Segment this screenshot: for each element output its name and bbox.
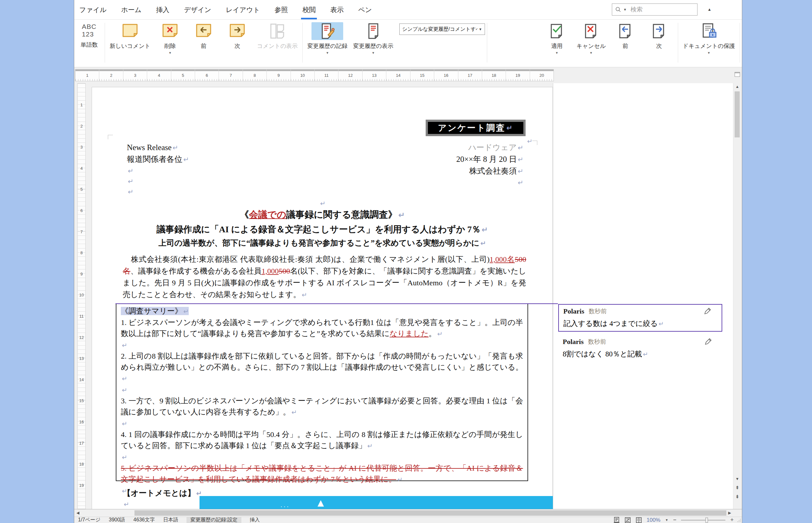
vertical-scroll-thumb[interactable] [735,91,740,138]
news-release-line: News Release [127,142,189,154]
horizontal-scrollbar[interactable]: ◀ ▶ [74,509,742,517]
insert-mode-status[interactable]: 挿入 [250,517,260,523]
reject-change-button[interactable]: キャンセル ▼ [577,22,606,55]
document-page[interactable]: アンケート調査 News Release 報道関係者各位 ハードウェア 20××… [92,87,553,509]
scroll-up-icon[interactable]: ▲ [733,85,741,89]
header-left-block: News Release 報道関係者各位 [127,142,189,197]
chevron-down-icon: ▼ [479,27,482,31]
comment-timestamp: 数秒前 [588,338,606,346]
tab-view[interactable]: 表示 [330,0,343,19]
group-divider [105,23,105,62]
empty-paragraph [127,176,189,186]
lead-paragraph: 株式会社奏須(本社:東京都港区 代表取締役社長:奏須 太郎)は、企業で働くマネジ… [123,254,526,301]
zoom-slider[interactable] [681,517,725,523]
next-comment-button[interactable]: 次 [223,22,251,55]
track-changes-record-button[interactable]: 変更履歴の記録 ▼ [307,22,347,55]
tab-references[interactable]: 参照 [275,0,288,19]
chevron-down-icon[interactable]: ▼ [326,51,329,55]
new-comment-icon [121,22,139,40]
zoom-slider-thumb[interactable] [705,518,708,523]
search-dropdown-icon[interactable]: ▼ [623,7,627,12]
survey-stamp: アンケート調査 [426,120,526,136]
scroll-left-icon[interactable]: ◀ [76,511,79,515]
chevron-down-icon[interactable]: ▼ [555,51,559,55]
chevron-down-icon[interactable]: ▼ [707,51,711,55]
edit-comment-icon[interactable] [704,338,712,346]
track-changes-status[interactable]: 変更履歴の記録:設定 [187,517,241,523]
summary-item-4: 4. 1 回の議事録作成にかかる時間は平均「50.4 分」。さらに、上司の 8 … [121,429,523,452]
zoom-out-button[interactable]: − [673,517,677,523]
doc-title-2: 議事録作成に「AI による録音＆文字起こしサービス」を利用する人はわずか 7％ [92,222,552,237]
scroll-right-icon[interactable]: ▶ [728,511,731,515]
tab-design[interactable]: デザイン [184,0,211,19]
paragraph-mark [527,138,532,145]
chevron-down-icon[interactable]: ▼ [372,51,375,55]
protect-document-button[interactable]: ドキュメントの保護 ▼ [683,22,735,55]
previous-comment-button[interactable]: 前 [190,22,218,55]
comment-card[interactable]: Polaris 数秒前 8割ではなく 80％と記載 [558,335,722,361]
search-placeholder: 検索 [630,5,643,14]
chevron-down-icon[interactable]: ▼ [168,51,172,55]
automemo-banner-image[interactable]: ··· ▲ [200,496,553,509]
press-address-line: 報道関係者各位 [127,154,189,165]
delete-comment-button[interactable]: 削除 ▼ [156,22,184,55]
empty-paragraph [123,499,129,509]
word-count-status[interactable]: 3900語 [109,517,125,523]
ribbon: ABC 123 単語数 新しいコメント 削除 [74,20,742,67]
page-indicator[interactable]: 1/7ページ [78,517,100,523]
tab-file[interactable]: ファイル [79,0,107,19]
new-comment-button[interactable]: 新しいコメント [110,22,151,55]
vertical-ruler[interactable]: 12345678910111213141516171819 [77,83,86,509]
web-layout-view-icon[interactable] [625,517,631,523]
char-count-status[interactable]: 4636文字 [134,517,155,523]
next-change-button[interactable]: 次 [645,22,673,55]
banner-logo-icon: ▲ [318,498,324,507]
next-page-icon[interactable]: ⇟ [733,494,741,500]
language-status[interactable]: 日本語 [163,517,178,523]
tab-insert[interactable]: 挿入 [156,0,169,19]
zoom-in-button[interactable]: + [730,517,734,523]
search-input[interactable]: ▼ 検索 [612,3,698,16]
empty-paragraph [121,340,523,351]
horizontal-scroll-thumb[interactable] [134,510,726,516]
comment-margin: Polaris 数秒前 記入する数は 4つまでに絞る Polaris 数秒前 [553,83,734,509]
status-right-group: 100% ▼ − + [613,517,734,523]
previous-page-icon[interactable]: ⇞ [733,485,741,491]
scroll-down-icon[interactable]: ▼ [733,477,741,481]
tab-layout[interactable]: レイアウト [226,0,260,19]
word-count-icon: ABC 123 [82,23,96,38]
tab-pen[interactable]: ペン [358,0,372,19]
zoom-level[interactable]: 100% [647,517,660,523]
resize-grip-icon[interactable] [737,519,741,522]
comment-card-active[interactable]: Polaris 数秒前 記入する数は 4つまでに絞る [558,304,722,332]
track-mode-dropdown[interactable]: シンプルな変更履歴/コメントすべて ▼ [399,23,485,35]
tab-review[interactable]: 校閲 [302,0,316,19]
survey-summary-box: 《調査サマリー》 1. ビジネスパーソンが考える会議やミーティングで求められてい… [116,303,528,481]
column-view-icon[interactable] [636,517,642,523]
collapse-ribbon-button[interactable]: ▲ [707,7,712,12]
track-changes-display-icon [364,22,382,40]
margin-corner-mark [532,141,537,145]
horizontal-ruler[interactable]: 1234567891011121314151617181920 [75,69,554,81]
previous-change-button[interactable]: 前 [611,22,639,55]
zoom-dropdown-icon[interactable]: ▼ [665,518,668,522]
status-bar: 1/7ページ 3900語 4636文字 日本語 変更履歴の記録:設定 挿入 10… [74,517,742,523]
edit-comment-icon[interactable] [703,307,712,315]
chevron-down-icon[interactable]: ▼ [590,51,593,55]
accept-change-button[interactable]: 適用 ▼ [543,22,571,55]
previous-change-icon [617,22,635,40]
vertical-scrollbar[interactable]: ▲ ▼ ⇞ ⇟ [733,83,741,509]
reject-change-icon [582,22,600,40]
tab-home[interactable]: ホーム [121,0,141,19]
desktop-background: ファイル ホーム 挿入 デザイン レイアウト 参照 校閲 表示 ペン ▼ 検索 … [0,0,812,523]
ruler-toggle-button[interactable] [735,72,740,77]
track-changes-display-button[interactable]: 変更履歴の表示 ▼ [353,22,393,55]
next-comment-icon [228,22,246,40]
word-count-button[interactable]: ABC 123 単語数 [77,20,103,67]
changes-group: 適用 ▼ キャンセル ▼ 前 [540,20,676,67]
group-divider [740,23,740,62]
tracking-group: 変更履歴の記録 ▼ 変更履歴の表示 ▼ シンプルな変更履歴/コメントすべて ▼ [304,20,485,67]
print-layout-view-icon[interactable] [613,517,620,523]
group-divider [678,23,678,62]
app-window: ファイル ホーム 挿入 デザイン レイアウト 参照 校閲 表示 ペン ▼ 検索 … [74,0,742,523]
